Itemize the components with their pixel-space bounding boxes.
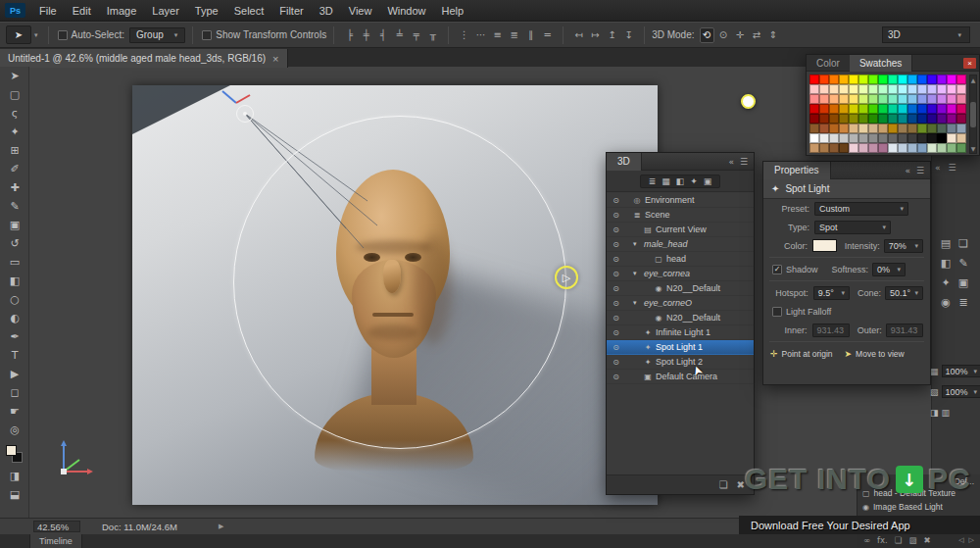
menu-select[interactable]: Select <box>226 0 272 22</box>
3d-mode-icon-0[interactable]: ⟲ <box>700 27 714 43</box>
color-swatch[interactable] <box>858 143 868 153</box>
color-swatch[interactable] <box>819 104 829 114</box>
menu-3d[interactable]: 3D <box>312 0 341 22</box>
status-menu-arrow-icon[interactable]: ▶ <box>219 523 223 530</box>
auto-select-group-dropdown[interactable]: Group ▾ <box>129 27 185 43</box>
color-swatch[interactable] <box>947 75 956 84</box>
color-swatch[interactable] <box>829 143 839 153</box>
light-falloff-checkbox[interactable] <box>772 307 782 317</box>
color-swatch[interactable] <box>858 104 868 114</box>
3d-item-eye-corneo[interactable]: ⊙▾eye_corneO <box>607 296 754 311</box>
dock-panel-icon-2[interactable]: ◧ <box>941 257 951 270</box>
color-swatch[interactable] <box>898 133 907 143</box>
layers-footer-icon-0[interactable]: ∞ <box>863 535 870 545</box>
document-canvas[interactable]: ▷ <box>132 85 658 505</box>
3d-item-spot-light-2[interactable]: ⊙✦Spot Light 2 <box>607 355 754 370</box>
color-swatch[interactable] <box>858 94 868 104</box>
path-selection-tool[interactable]: ▶ <box>0 365 29 383</box>
arrange-icon[interactable]: ↤ <box>571 27 586 43</box>
color-swatch[interactable] <box>927 143 937 153</box>
color-swatch[interactable] <box>819 84 829 94</box>
color-swatch[interactable] <box>917 84 927 94</box>
color-swatch[interactable] <box>839 104 849 114</box>
document-tab[interactable]: Untitled-1 @ 42.6% (middle aged male hea… <box>0 49 288 68</box>
history-brush-tool[interactable]: ↺ <box>0 234 29 253</box>
visibility-eye-icon[interactable]: ⊙ <box>610 299 622 308</box>
color-swatch[interactable] <box>927 75 937 84</box>
zoom-level-field[interactable]: 42.56% <box>33 521 80 532</box>
color-swatch[interactable] <box>839 84 849 94</box>
3d-item-infinite-light-1[interactable]: ⊙✦Infinite Light 1 <box>607 325 754 340</box>
active-tool-icon[interactable]: ➤ <box>6 25 31 44</box>
color-swatch[interactable] <box>907 143 917 153</box>
color-swatch[interactable] <box>888 104 898 114</box>
color-swatch[interactable] <box>907 94 917 104</box>
dock-menu-icon[interactable]: ☰ <box>949 163 956 173</box>
move-tool[interactable]: ➤ <box>0 67 29 85</box>
color-swatch[interactable] <box>858 75 868 84</box>
color-swatch[interactable] <box>898 84 907 94</box>
3d-panel-tab[interactable]: 3D <box>607 153 642 171</box>
nav-arrow-icon-1[interactable]: ▷ <box>969 536 974 544</box>
layers-footer-icon-3[interactable]: ▨ <box>908 535 916 545</box>
distribute-icon[interactable]: = <box>540 27 555 43</box>
type-tool[interactable]: T <box>0 346 29 365</box>
menu-layer[interactable]: Layer <box>144 0 187 22</box>
color-swatch[interactable] <box>956 75 966 84</box>
color-swatch[interactable] <box>878 75 888 84</box>
3d-mode-icon-3[interactable]: ⇄ <box>750 27 764 43</box>
color-swatch[interactable] <box>956 143 966 153</box>
color-swatch[interactable] <box>878 114 888 124</box>
lasso-tool[interactable]: ς <box>0 104 29 123</box>
pen-tool[interactable]: ✒ <box>0 327 29 346</box>
color-swatch[interactable] <box>937 75 947 84</box>
color-swatch[interactable] <box>947 84 956 94</box>
outer-field[interactable]: 931.43 <box>886 324 923 337</box>
expand-toggle-icon[interactable]: ▾ <box>633 240 642 248</box>
color-swatch[interactable] <box>898 104 907 114</box>
gradient-tool[interactable]: ◧ <box>0 272 29 290</box>
color-swatch[interactable] <box>839 133 849 143</box>
3d-item-environment[interactable]: ⊙◎Environment <box>607 193 754 208</box>
color-swatch[interactable] <box>907 114 917 124</box>
3d-mode-icon-2[interactable]: ✛ <box>733 27 748 43</box>
color-swatch[interactable] <box>888 133 898 143</box>
color-swatch[interactable] <box>888 84 898 94</box>
3d-filter-icon-0[interactable]: ≣ <box>649 176 657 186</box>
arrange-icon[interactable]: ↦ <box>588 27 603 43</box>
expand-toggle-icon[interactable]: ▾ <box>633 299 642 307</box>
opacity-value-field[interactable]: 100%▾ <box>942 365 980 377</box>
color-swatch[interactable] <box>868 94 878 104</box>
color-swatch[interactable] <box>956 114 966 124</box>
color-swatch[interactable] <box>956 84 966 94</box>
color-swatch[interactable] <box>819 124 829 133</box>
visibility-eye-icon[interactable]: ⊙ <box>610 358 622 367</box>
3d-filter-icon-3[interactable]: ✦ <box>690 176 698 186</box>
color-swatch[interactable] <box>927 114 937 124</box>
color-swatch[interactable] <box>917 94 927 104</box>
distribute-icon[interactable]: ⋯ <box>473 27 488 43</box>
color-swatch[interactable] <box>819 133 829 143</box>
color-swatch[interactable] <box>927 84 937 94</box>
dodge-tool[interactable]: ◐ <box>0 309 29 327</box>
color-swatch[interactable] <box>947 133 956 143</box>
auto-select-checkbox[interactable] <box>58 30 68 40</box>
color-swatch[interactable] <box>907 133 917 143</box>
color-swatch[interactable] <box>898 94 907 104</box>
color-swatch[interactable] <box>888 143 898 153</box>
spot-light-widget-ring[interactable] <box>233 116 566 449</box>
dock-panel-icon-0[interactable]: ▤ <box>941 237 951 250</box>
menu-view[interactable]: View <box>341 0 380 22</box>
3d-item-scene[interactable]: ⊙≣Scene <box>607 208 754 223</box>
color-swatch[interactable] <box>868 104 878 114</box>
color-swatch[interactable] <box>849 84 858 94</box>
tab-swatches[interactable]: Swatches <box>850 55 912 72</box>
marquee-tool[interactable]: ▢ <box>0 85 29 104</box>
foreground-color-chip[interactable] <box>6 445 17 456</box>
color-swatch[interactable] <box>937 114 947 124</box>
3d-item-default-camera[interactable]: ⊙▣Default Camera <box>607 370 754 384</box>
visibility-eye-icon[interactable]: ⊙ <box>610 270 622 278</box>
zoom-tool[interactable]: ◎ <box>0 421 29 439</box>
dock-panel-icon-4[interactable]: ✦ <box>941 276 950 289</box>
properties-tab[interactable]: Properties <box>763 162 831 179</box>
